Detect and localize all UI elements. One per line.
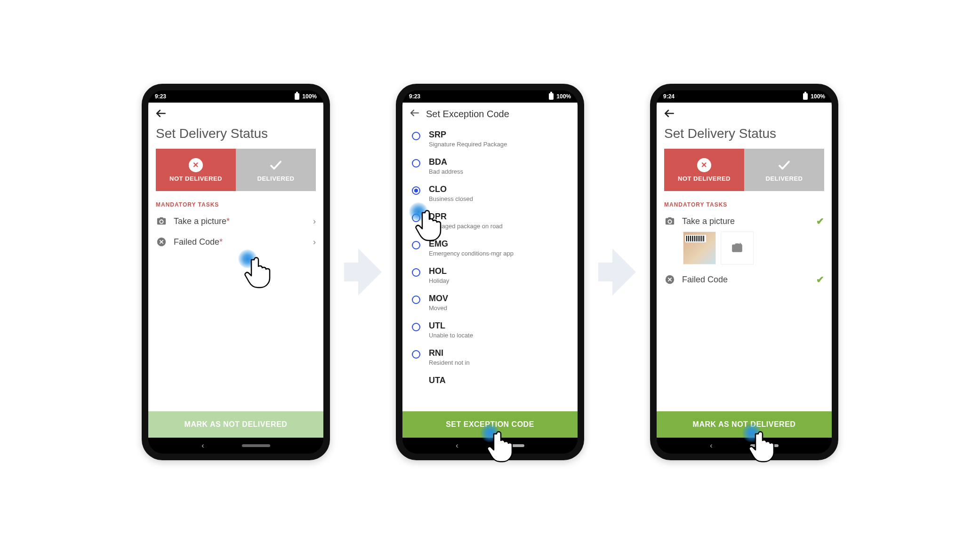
- exception-option-uta[interactable]: UTA: [402, 371, 578, 386]
- battery-icon: [803, 93, 808, 100]
- status-bar: 9:24 100%: [657, 90, 832, 103]
- option-code: MOV: [429, 294, 448, 304]
- nav-back-icon[interactable]: ‹: [201, 441, 204, 450]
- status-bar: 9:23 100%: [402, 90, 578, 103]
- option-code: UTL: [429, 321, 473, 331]
- tab-delivered[interactable]: DELIVERED: [744, 149, 824, 191]
- task-take-picture[interactable]: Take a picture* ›: [148, 211, 323, 232]
- x-circle-outline-icon: [664, 274, 675, 285]
- required-asterisk: *: [226, 216, 230, 226]
- chevron-right-icon: ›: [313, 237, 316, 247]
- nav-pill-icon[interactable]: [750, 444, 779, 447]
- nav-pill-icon[interactable]: [242, 444, 270, 447]
- x-circle-icon: ✕: [189, 158, 203, 172]
- radio-icon: [412, 350, 420, 359]
- section-mandatory: MANDATORY TASKS: [148, 191, 323, 211]
- back-icon[interactable]: [409, 107, 420, 120]
- radio-icon: [412, 296, 420, 304]
- mark-not-delivered-button[interactable]: MARK AS NOT DELIVERED: [657, 411, 832, 438]
- back-icon[interactable]: [155, 107, 167, 121]
- option-code: EMG: [429, 239, 514, 249]
- tab-delivered[interactable]: DELIVERED: [236, 149, 316, 191]
- battery-icon: [295, 93, 299, 100]
- exception-option-emg[interactable]: EMG Emergency conditions-mgr app: [402, 234, 578, 262]
- clock: 9:23: [409, 93, 420, 100]
- camera-icon: [664, 216, 675, 227]
- tab-not-delivered[interactable]: ✕ NOT DELIVERED: [664, 149, 744, 191]
- exception-option-hol[interactable]: HOL Holiday: [402, 262, 578, 289]
- task-take-picture[interactable]: Take a picture ✔: [657, 211, 832, 232]
- exception-option-dpr[interactable]: DPR Damaged package on road: [402, 207, 578, 234]
- option-desc: Business closed: [429, 195, 473, 202]
- section-mandatory: MANDATORY TASKS: [657, 191, 832, 211]
- option-code: HOL: [429, 266, 449, 276]
- back-icon[interactable]: [663, 107, 675, 121]
- action-label: MARK AS NOT DELIVERED: [693, 420, 796, 429]
- action-label: SET EXCEPTION CODE: [446, 420, 534, 429]
- diagram-stage: 9:23 100% Set Delivery Status ✕ NOT DELI…: [142, 84, 838, 460]
- task-label: Take a picture: [682, 216, 810, 226]
- task-failed-code[interactable]: Failed Code* ›: [148, 232, 323, 252]
- phone-frame-1: 9:23 100% Set Delivery Status ✕ NOT DELI…: [142, 84, 330, 460]
- option-desc: Holiday: [429, 277, 449, 284]
- task-label: Take a picture: [174, 216, 226, 226]
- option-desc: Emergency conditions-mgr app: [429, 250, 514, 257]
- check-complete-icon: ✔: [816, 274, 824, 285]
- battery-percent: 100%: [556, 93, 571, 100]
- phone-frame-3: 9:24 100% Set Delivery Status ✕ NOT DELI…: [650, 84, 838, 460]
- add-photo-button[interactable]: [721, 232, 754, 264]
- page-title: Set Delivery Status: [657, 123, 832, 149]
- exception-option-rni[interactable]: RNI Resident not in: [402, 344, 578, 371]
- photo-thumbnail[interactable]: [683, 232, 716, 264]
- exception-option-utl[interactable]: UTL Unable to locate: [402, 316, 578, 344]
- task-failed-code[interactable]: Failed Code ✔: [657, 269, 832, 290]
- option-desc: Bad address: [429, 168, 463, 175]
- option-desc: Moved: [429, 304, 448, 312]
- option-code: BDA: [429, 157, 463, 167]
- radio-icon: [412, 241, 420, 249]
- clock: 9:24: [663, 93, 675, 100]
- option-code: RNI: [429, 348, 470, 358]
- option-code: SRP: [429, 130, 507, 140]
- flow-arrow-icon: [598, 244, 636, 300]
- mark-not-delivered-button[interactable]: MARK AS NOT DELIVERED: [148, 411, 323, 438]
- battery-icon: [549, 93, 554, 100]
- clock: 9:23: [155, 93, 166, 100]
- tab-label: DELIVERED: [257, 175, 295, 182]
- action-label: MARK AS NOT DELIVERED: [185, 420, 288, 429]
- nav-back-icon[interactable]: ‹: [710, 441, 712, 450]
- status-bar: 9:23 100%: [148, 90, 323, 103]
- task-label: Failed Code: [174, 237, 219, 247]
- exception-option-mov[interactable]: MOV Moved: [402, 289, 578, 316]
- exception-option-bda[interactable]: BDA Bad address: [402, 152, 578, 180]
- tab-label: NOT DELIVERED: [678, 175, 731, 182]
- chevron-right-icon: ›: [313, 216, 316, 226]
- tab-not-delivered[interactable]: ✕ NOT DELIVERED: [156, 149, 236, 191]
- camera-icon: [156, 216, 167, 227]
- exception-option-srp[interactable]: SRP Signature Required Package: [402, 125, 578, 152]
- option-desc: Unable to locate: [429, 332, 473, 339]
- flow-arrow-icon: [344, 244, 382, 300]
- exception-option-clo[interactable]: CLO Business closed: [402, 180, 578, 207]
- battery-percent: 100%: [811, 93, 825, 100]
- check-icon: [269, 158, 283, 172]
- required-asterisk: *: [219, 237, 223, 247]
- radio-icon: [412, 268, 420, 277]
- check-icon: [777, 158, 791, 172]
- nav-pill-icon[interactable]: [496, 444, 524, 447]
- page-title: Set Delivery Status: [148, 123, 323, 149]
- option-code: CLO: [429, 184, 473, 194]
- android-navbar: ‹: [402, 438, 578, 454]
- radio-icon: [412, 323, 420, 331]
- option-code: DPR: [429, 212, 503, 222]
- battery-percent: 100%: [302, 93, 317, 100]
- phone-frame-2: 9:23 100% Set Exception Code: [396, 84, 584, 460]
- option-code: UTA: [429, 376, 446, 385]
- tab-label: NOT DELIVERED: [169, 175, 222, 182]
- option-desc: Resident not in: [429, 359, 470, 366]
- tab-label: DELIVERED: [766, 175, 803, 182]
- set-exception-button[interactable]: SET EXCEPTION CODE: [402, 411, 578, 438]
- radio-icon: [412, 159, 420, 168]
- header-title: Set Exception Code: [426, 109, 509, 120]
- nav-back-icon[interactable]: ‹: [456, 441, 458, 450]
